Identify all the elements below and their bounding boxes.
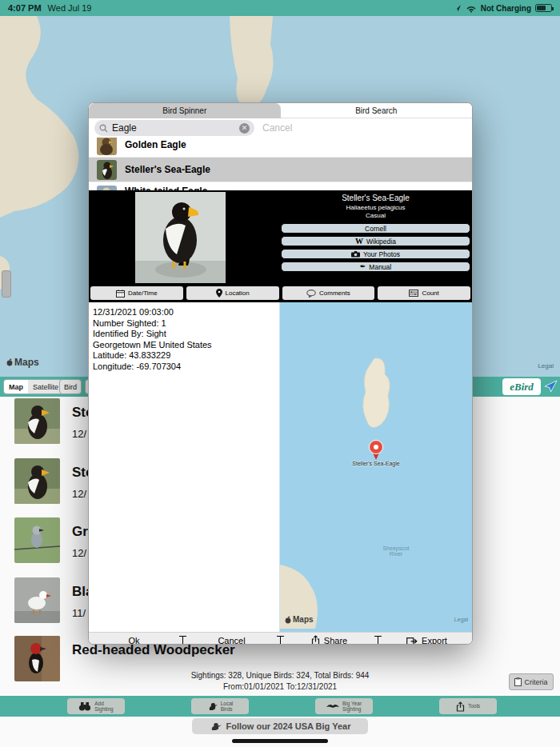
- legal-link[interactable]: Legal: [538, 362, 554, 370]
- sighting-row[interactable]: Ste12/: [14, 398, 93, 444]
- segment-map[interactable]: Map: [4, 380, 28, 393]
- sighting-row[interactable]: Gr12/: [14, 517, 88, 563]
- sighting-datetime: 12/31/2021 09:03:00: [93, 307, 279, 318]
- local-birds-button[interactable]: LocalBirds: [191, 698, 249, 714]
- pen-icon: ✒: [360, 263, 366, 270]
- search-input[interactable]: Eagle ✕: [94, 120, 254, 136]
- battery-status-text: Not Charging: [481, 4, 531, 13]
- scientific-name: Haliaeetus pelagicus: [281, 204, 470, 211]
- follow-bar: Follow our 2024 USA Big Year: [0, 717, 560, 747]
- bird-icon: [210, 721, 222, 731]
- follow-big-year-button[interactable]: Follow our 2024 USA Big Year: [192, 718, 368, 734]
- footer-divider: [277, 636, 284, 645]
- share-icon: [456, 701, 465, 712]
- tab-bird-search[interactable]: Bird Search: [281, 103, 473, 118]
- locate-me-icon[interactable]: [544, 380, 558, 393]
- status-date: Wed Jul 19: [48, 3, 92, 13]
- summary-line-1: Sightings: 328, Unique Birds: 324, Total…: [0, 670, 560, 681]
- result-row[interactable]: Golden Eagle: [89, 138, 472, 158]
- search-row: Eagle ✕ Cancel: [89, 118, 472, 138]
- summary-stats: Sightings: 328, Unique Birds: 324, Total…: [0, 670, 560, 693]
- bird-thumbnail: [14, 577, 60, 623]
- comment-bubble-icon: [306, 290, 316, 298]
- export-button[interactable]: Export: [382, 636, 472, 645]
- clipboard-icon: [514, 677, 522, 686]
- legal-link[interactable]: Legal: [454, 617, 468, 622]
- perched-bird-icon: [207, 701, 218, 711]
- map-drawer-handle[interactable]: [2, 270, 11, 298]
- sighting-date: 12/: [72, 547, 88, 559]
- share-button[interactable]: Share: [284, 635, 374, 645]
- bird-thumbnail: [14, 458, 60, 504]
- sighting-title: Gr: [72, 524, 88, 540]
- footer-divider: [179, 636, 186, 645]
- wikipedia-button[interactable]: W Wikipedia: [281, 236, 470, 246]
- sighting-location: Georgetown ME United States: [93, 340, 279, 351]
- sighting-latitude: Latitude: 43.833229: [93, 350, 279, 362]
- sighting-longitude: Longitude: -69.707304: [93, 362, 279, 373]
- bird-layer-button[interactable]: Bird: [59, 379, 82, 394]
- apple-logo-icon: [6, 358, 13, 366]
- bird-thumbnail: [97, 138, 117, 155]
- home-indicator[interactable]: [232, 739, 328, 743]
- wifi-icon: [466, 4, 477, 13]
- location-arrow-icon: [454, 4, 462, 12]
- rarity-status: Casual: [281, 212, 470, 219]
- detail-tab-bar: Date/Time Location Comments Count: [89, 285, 472, 302]
- cancel-button[interactable]: Cancel: [186, 636, 277, 645]
- manual-button[interactable]: ✒ Manual: [281, 262, 470, 272]
- result-name: Steller's Sea-Eagle: [125, 164, 210, 175]
- result-name: Golden Eagle: [125, 139, 186, 150]
- tools-button[interactable]: Tools: [439, 698, 497, 714]
- modal-footer: Ok Cancel Share Export: [89, 632, 472, 645]
- search-value: Eagle: [112, 122, 235, 134]
- bottom-toolbar: AddSighting LocalBirds Big YearSighting …: [0, 696, 560, 717]
- flying-bird-icon: [326, 703, 339, 710]
- add-sighting-button[interactable]: AddSighting: [67, 698, 125, 714]
- apple-maps-attribution: Maps: [6, 357, 39, 368]
- sighting-number: Number Sighted: 1: [93, 318, 279, 330]
- map-pin-icon: [216, 289, 222, 298]
- tally-counter-icon: [409, 290, 418, 297]
- criteria-button[interactable]: Criteria: [509, 673, 554, 690]
- tab-bird-spinner[interactable]: Bird Spinner: [89, 103, 281, 118]
- bird-detail-panel: Steller's Sea-Eagle Haliaeetus pelagicus…: [89, 190, 472, 285]
- tab-location[interactable]: Location: [186, 286, 279, 300]
- camera-icon: [351, 251, 360, 258]
- apple-maps-attribution: Maps: [285, 615, 314, 624]
- export-icon: [406, 636, 418, 645]
- bird-search-modal: Bird Spinner Bird Search Eagle ✕ Cancel …: [88, 102, 473, 645]
- tab-count[interactable]: Count: [378, 286, 470, 300]
- cornell-button[interactable]: Cornell: [281, 223, 470, 234]
- wikipedia-icon: W: [355, 238, 363, 246]
- ebird-logo-button[interactable]: eBird: [502, 378, 541, 395]
- battery-icon: [535, 4, 552, 12]
- your-photos-button[interactable]: Your Photos: [281, 249, 470, 259]
- status-bar: 4:07 PM Wed Jul 19 Not Charging: [0, 0, 560, 16]
- sighting-row[interactable]: Ste12/: [14, 458, 93, 504]
- search-cancel-button[interactable]: Cancel: [262, 122, 292, 134]
- segment-satellite[interactable]: Satellite: [28, 380, 63, 393]
- sighting-mini-map[interactable]: Steller's Sea-Eagle Sheepscot River Maps…: [279, 302, 472, 632]
- tab-comments[interactable]: Comments: [282, 286, 375, 300]
- sighting-title: Red-headed Woodpecker: [72, 642, 235, 658]
- clock: 4:07 PM: [8, 3, 42, 13]
- result-row-selected[interactable]: Steller's Sea-Eagle: [89, 158, 472, 182]
- clear-search-icon[interactable]: ✕: [239, 123, 250, 134]
- bird-thumbnail: [14, 398, 60, 444]
- footer-divider: [374, 636, 382, 645]
- result-row[interactable]: White-tailed Eagle: [89, 182, 472, 190]
- ok-button[interactable]: Ok: [89, 636, 179, 645]
- search-icon: [99, 124, 108, 133]
- binoculars-icon: [78, 702, 91, 711]
- summary-line-2: From:01/01/2021 To:12/31/2021: [0, 681, 560, 693]
- tab-date-time[interactable]: Date/Time: [90, 286, 183, 300]
- map-type-segmented: Map Satellite: [3, 379, 64, 394]
- search-results: Golden Eagle Steller's Sea-Eagle White-t…: [89, 138, 472, 190]
- modal-tabs: Bird Spinner Bird Search: [89, 103, 472, 118]
- calendar-icon: [116, 290, 125, 298]
- sighting-row[interactable]: Bla11/: [14, 577, 93, 623]
- sighting-identified-by: Identified By: Sight: [93, 329, 279, 340]
- big-year-button[interactable]: Big YearSighting: [315, 698, 373, 714]
- bird-photo: [135, 192, 226, 283]
